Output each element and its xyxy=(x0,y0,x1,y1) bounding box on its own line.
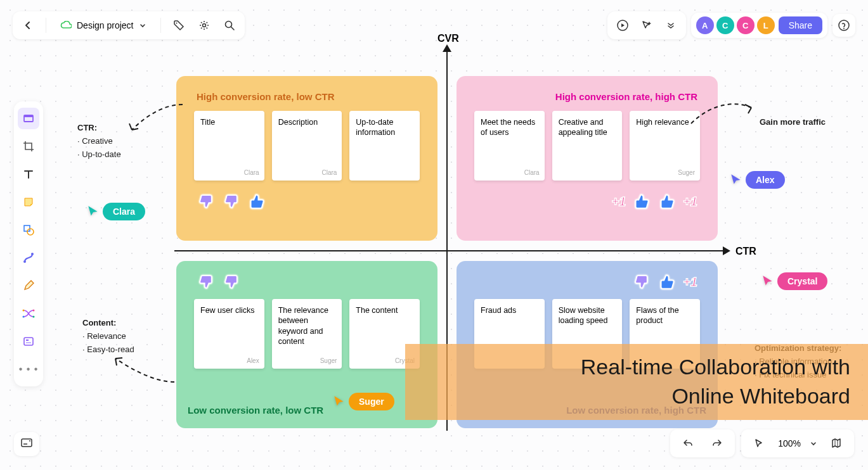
settings-button[interactable] xyxy=(194,15,214,35)
presentation-controls xyxy=(607,11,686,39)
svg-point-15 xyxy=(33,316,35,318)
note-author: Clara xyxy=(244,168,259,177)
note-text: Fraud ads xyxy=(481,306,516,315)
tool-shape[interactable] xyxy=(18,219,39,241)
note-text: The relevance between keyword and conten… xyxy=(278,306,328,346)
svg-point-1 xyxy=(202,24,205,27)
avatars: A C C L xyxy=(696,16,775,34)
component-icon xyxy=(22,335,35,348)
thumbs-down-icon[interactable] xyxy=(632,272,651,291)
thumbs-down-icon[interactable] xyxy=(197,272,216,291)
topbar: Design project A C xyxy=(13,11,855,39)
back-button[interactable] xyxy=(18,15,38,35)
cloud-sync-icon xyxy=(60,21,72,30)
annotation-item: Creative xyxy=(82,136,112,146)
quadrant-low-cvr-low-ctr[interactable]: Few user clicksAlex The relevance betwee… xyxy=(176,261,437,428)
thumbs-up-icon[interactable] xyxy=(632,192,651,211)
tool-more[interactable]: • • • xyxy=(18,359,39,380)
plus-one-icon[interactable]: +1 xyxy=(683,194,697,209)
minimap-button[interactable] xyxy=(826,433,846,454)
notes-row: Meet the needs of usersClara Creative an… xyxy=(474,111,700,181)
remote-cursor-crystal: Crystal xyxy=(761,272,827,290)
note-text: Meet the needs of users xyxy=(481,118,535,137)
search-button[interactable] xyxy=(219,15,240,35)
notes-row: TitleClara DescriptionClara Up-to-date i… xyxy=(194,111,420,181)
redo-button[interactable] xyxy=(707,433,727,454)
annotation-item: Easy-to-read xyxy=(87,345,134,354)
plus-one-icon[interactable]: +1 xyxy=(683,275,697,289)
spotlight-button[interactable] xyxy=(637,15,657,35)
share-button[interactable]: Share xyxy=(779,16,822,34)
thumbs-up-icon[interactable] xyxy=(657,192,677,211)
play-circle-icon xyxy=(616,19,629,32)
sticky-note[interactable]: Up-to-date information xyxy=(349,111,420,181)
thumbs-down-icon[interactable] xyxy=(222,272,241,291)
thumbs-up-icon[interactable] xyxy=(657,272,677,291)
frame-icon xyxy=(22,112,35,125)
sticky-note[interactable]: The relevance between keyword and conten… xyxy=(272,299,342,369)
cursor-label: Crystal xyxy=(777,272,827,290)
annotation-traffic[interactable]: Gain more traffic xyxy=(760,116,826,129)
tool-component[interactable] xyxy=(18,331,39,352)
help-button[interactable] xyxy=(832,14,855,37)
project-selector[interactable]: Design project xyxy=(54,18,153,33)
undo-button[interactable] xyxy=(678,433,698,454)
more-controls-button[interactable] xyxy=(661,15,681,35)
sticky-note[interactable]: Few user clicksAlex xyxy=(194,299,264,369)
annotation-heading: Content: xyxy=(82,318,116,327)
tag-button[interactable] xyxy=(169,15,189,35)
layers-panel-toggle[interactable] xyxy=(14,432,39,456)
svg-rect-17 xyxy=(26,340,29,341)
chevron-double-down-icon xyxy=(666,21,675,30)
connector-icon xyxy=(22,251,35,264)
thumbs-up-icon[interactable] xyxy=(247,192,266,211)
svg-rect-19 xyxy=(22,439,32,447)
x-axis xyxy=(174,250,726,251)
cursor-mode-button[interactable] xyxy=(749,433,769,454)
dashed-arrow-icon xyxy=(122,101,186,139)
chevron-down-icon xyxy=(139,22,146,29)
x-axis-label: CTR xyxy=(735,246,756,257)
annotation-heading: CTR: xyxy=(77,123,97,132)
sticky-note[interactable]: TitleClara xyxy=(194,111,264,181)
quadrant-high-cvr-high-ctr[interactable]: High conversion rate, high CTR Meet the … xyxy=(457,76,718,241)
note-text: Title xyxy=(200,118,215,127)
quadrant-high-cvr-low-ctr[interactable]: High conversion rate, low CTR TitleClara… xyxy=(176,76,437,241)
zoom-level[interactable]: 100% xyxy=(778,438,801,448)
note-text: Creative and appealing title xyxy=(559,118,607,137)
sticky-note[interactable]: Creative and appealing title xyxy=(552,111,623,181)
svg-point-13 xyxy=(23,316,25,318)
avatar-c2[interactable]: C xyxy=(737,16,755,34)
tool-sticky[interactable] xyxy=(18,191,39,213)
cursor-label: Clara xyxy=(103,203,145,220)
tool-mindmap[interactable] xyxy=(18,303,39,324)
crop-icon xyxy=(22,140,35,153)
banner-line2: Online Whiteboard xyxy=(671,384,850,408)
tool-crop[interactable] xyxy=(18,136,39,157)
tool-connector[interactable] xyxy=(18,247,39,269)
thumbs-down-icon[interactable] xyxy=(197,192,216,211)
avatar-a[interactable]: A xyxy=(696,16,714,34)
svg-point-20 xyxy=(29,440,30,441)
cursor-icon xyxy=(86,205,100,219)
avatar-l[interactable]: L xyxy=(757,16,775,34)
present-button[interactable] xyxy=(612,15,633,35)
plus-one-icon[interactable]: +1 xyxy=(611,194,626,209)
gear-icon xyxy=(198,20,210,31)
chevron-left-icon xyxy=(23,20,33,30)
undo-icon xyxy=(682,438,694,449)
svg-rect-16 xyxy=(24,338,33,345)
notes-row: Few user clicksAlex The relevance betwee… xyxy=(194,299,420,369)
thumbs-down-icon[interactable] xyxy=(222,192,241,211)
note-text: Slow website loading speed xyxy=(559,306,608,325)
sticky-note[interactable]: DescriptionClara xyxy=(272,111,342,181)
tool-pen[interactable] xyxy=(18,275,39,296)
sticky-note[interactable]: Meet the needs of usersClara xyxy=(474,111,545,181)
tool-text[interactable] xyxy=(18,163,39,185)
annotation-ctr[interactable]: CTR: · Creative · Up-to-date xyxy=(77,122,121,161)
tool-frame[interactable] xyxy=(18,108,39,129)
avatar-c1[interactable]: C xyxy=(716,16,734,34)
quadrant-title: Low conversion rate, low CTR xyxy=(188,405,323,416)
annotation-content[interactable]: Content: · Relevance · Easy-to-read xyxy=(82,317,134,356)
sticky-note-icon xyxy=(22,196,35,208)
